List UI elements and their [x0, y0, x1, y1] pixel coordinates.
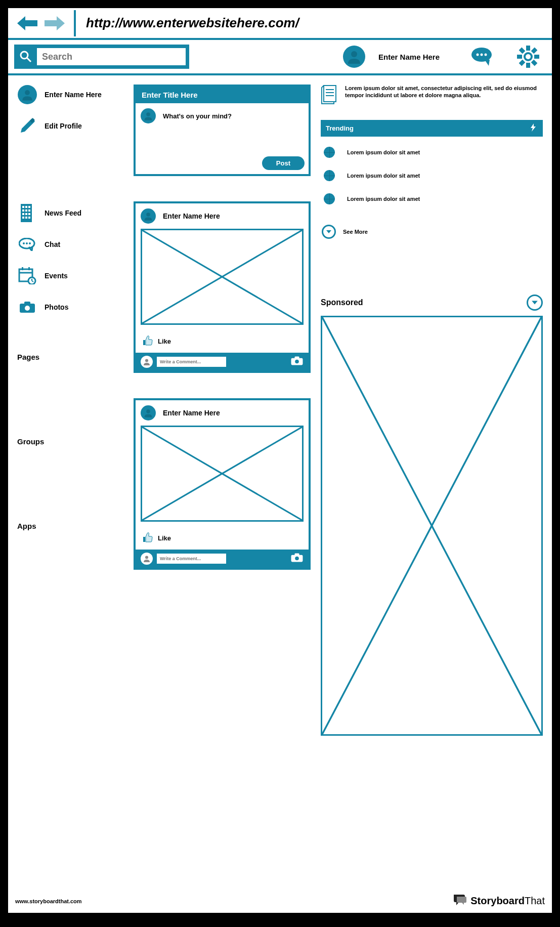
- sidebar-item-events[interactable]: Events: [17, 266, 123, 286]
- globe-icon: [324, 147, 335, 158]
- user-icon: [141, 356, 153, 368]
- svg-point-54: [295, 360, 299, 364]
- svg-rect-28: [28, 213, 30, 215]
- sidebar-profile-name: Enter Name Here: [45, 91, 102, 99]
- right-column: Lorem ipsum dolor sit amet, consectetur …: [321, 85, 543, 736]
- post-button[interactable]: Post: [262, 156, 305, 170]
- sidebar-edit-profile[interactable]: Edit Profile: [17, 116, 123, 136]
- search-input[interactable]: [35, 47, 187, 67]
- search-icon[interactable]: [16, 47, 35, 66]
- svg-rect-63: [324, 86, 336, 102]
- composer-prompt: What's on your mind?: [163, 112, 232, 120]
- camera-icon[interactable]: [290, 356, 304, 368]
- svg-rect-29: [22, 217, 24, 219]
- camera-icon: [17, 297, 37, 317]
- post-author[interactable]: Enter Name Here: [163, 409, 220, 417]
- comment-input[interactable]: [157, 357, 226, 367]
- svg-rect-20: [22, 206, 24, 208]
- svg-point-4: [477, 54, 479, 56]
- sponsored-title: Sponsored: [321, 298, 363, 307]
- sidebar-item-newsfeed[interactable]: News Feed: [17, 203, 123, 223]
- trending-item[interactable]: Lorem ipsum dolor sit amet: [321, 193, 543, 204]
- bolt-icon: [529, 123, 538, 134]
- sidebar-label: News Feed: [45, 209, 81, 217]
- post-author[interactable]: Enter Name Here: [163, 212, 220, 220]
- svg-point-51: [145, 359, 148, 362]
- svg-rect-44: [24, 302, 30, 305]
- see-more-label: See More: [343, 229, 368, 235]
- trending-item[interactable]: Lorem ipsum dolor sit amet: [321, 170, 543, 181]
- like-label: Like: [158, 534, 171, 542]
- footer-brand: StoryboardThat: [452, 893, 545, 909]
- sidebar-heading-pages: Pages: [17, 353, 123, 361]
- svg-point-55: [146, 409, 150, 413]
- back-arrow-icon[interactable]: [15, 14, 39, 32]
- svg-rect-24: [25, 209, 27, 212]
- like-button[interactable]: Like: [136, 527, 309, 550]
- svg-line-1: [27, 58, 31, 62]
- comment-input[interactable]: [157, 554, 226, 564]
- pencil-icon: [17, 116, 37, 136]
- svg-rect-8: [526, 46, 530, 51]
- chevron-down-icon[interactable]: [527, 294, 543, 311]
- svg-point-62: [295, 557, 299, 561]
- sidebar-edit-label: Edit Profile: [45, 122, 82, 130]
- svg-rect-15: [531, 60, 538, 66]
- search-box: [14, 45, 189, 69]
- svg-rect-21: [25, 206, 27, 208]
- svg-rect-25: [28, 209, 30, 212]
- avatar-icon[interactable]: [343, 46, 365, 68]
- sidebar-item-photos[interactable]: Photos: [17, 297, 123, 317]
- trending-item[interactable]: Lorem ipsum dolor sit amet: [321, 147, 543, 158]
- building-icon: [17, 203, 37, 223]
- svg-rect-22: [28, 206, 30, 208]
- composer-body[interactable]: What's on your mind? Post: [136, 103, 309, 174]
- composer-panel: Enter Title Here What's on your mind? Po…: [134, 85, 311, 176]
- camera-icon[interactable]: [290, 553, 304, 565]
- trending-title: Trending: [326, 124, 354, 132]
- trending-header: Trending: [321, 120, 543, 137]
- like-label: Like: [158, 338, 171, 345]
- svg-point-6: [485, 54, 487, 56]
- url-text[interactable]: http://www.enterwebsitehere.com/: [76, 8, 552, 38]
- feed-post: Enter Name Here Like: [134, 398, 311, 570]
- svg-rect-12: [531, 48, 538, 54]
- svg-rect-50: [143, 340, 145, 345]
- info-text: Lorem ipsum dolor sit amet, consectetur …: [345, 85, 543, 107]
- svg-point-5: [481, 54, 483, 56]
- svg-rect-38: [22, 267, 23, 270]
- svg-point-16: [526, 54, 531, 59]
- top-bar: Enter Name Here: [8, 40, 552, 75]
- calendar-icon: [17, 266, 37, 286]
- document-icon: [321, 85, 339, 107]
- composer-title: Enter Title Here: [136, 87, 309, 103]
- chat-bubble-icon[interactable]: [470, 44, 495, 69]
- trending-label: Lorem ipsum dolor sit amet: [347, 149, 420, 155]
- forward-arrow-icon[interactable]: [42, 14, 67, 32]
- speech-bubble-icon: [452, 893, 467, 909]
- svg-rect-61: [294, 554, 299, 556]
- top-username: Enter Name Here: [378, 53, 440, 61]
- see-more-button[interactable]: See More: [321, 225, 543, 239]
- gear-icon[interactable]: [515, 44, 541, 69]
- nav-arrows: [8, 10, 76, 36]
- user-icon: [141, 208, 156, 224]
- sponsored-header: Sponsored: [321, 294, 543, 311]
- svg-rect-13: [519, 60, 526, 66]
- globe-icon: [324, 170, 335, 181]
- like-button[interactable]: Like: [136, 330, 309, 353]
- svg-point-59: [145, 556, 148, 559]
- svg-point-2: [351, 51, 357, 57]
- chat-icon: [17, 234, 37, 255]
- sidebar-label: Photos: [45, 303, 68, 311]
- sidebar-profile[interactable]: Enter Name Here: [17, 85, 123, 105]
- footer-url: www.storyboardthat.com: [15, 898, 82, 904]
- sidebar-item-chat[interactable]: Chat: [17, 234, 123, 255]
- svg-rect-39: [28, 267, 30, 270]
- svg-rect-11: [534, 55, 539, 59]
- main-area: Enter Name Here Edit Profile News Feed C…: [8, 75, 552, 745]
- chevron-down-icon: [322, 225, 336, 239]
- svg-point-17: [25, 90, 30, 95]
- footer: www.storyboardthat.com StoryboardThat: [15, 893, 545, 909]
- sidebar-heading-groups: Groups: [17, 437, 123, 446]
